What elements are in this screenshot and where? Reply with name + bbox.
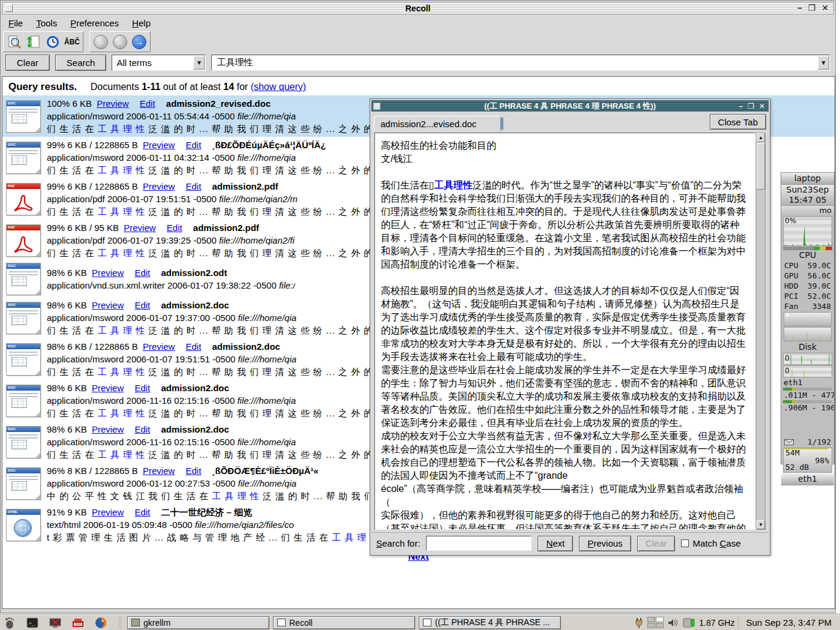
- power-plug-icon[interactable]: [635, 617, 643, 628]
- preview-tab[interactable]: admission2...evised.doc: [374, 116, 501, 131]
- edit-link[interactable]: Edit: [140, 98, 155, 109]
- task-button[interactable]: ((工 PHRASE 4 具 PHRASE ...: [419, 616, 561, 629]
- chevron-down-icon[interactable]: ▼: [193, 56, 205, 70]
- nav-first-icon[interactable]: ←: [92, 34, 109, 50]
- chevron-down-icon[interactable]: ▼: [818, 56, 829, 70]
- preview-link[interactable]: Preview: [92, 424, 124, 434]
- menu-tools[interactable]: Tools: [29, 17, 64, 29]
- edit-link[interactable]: Edit: [134, 383, 150, 393]
- cpu-frequency-icon[interactable]: [683, 618, 695, 628]
- edit-link[interactable]: Edit: [185, 466, 201, 476]
- taskbar-clock: Sun Sep 23, 3:47 PM: [738, 616, 838, 629]
- edit-link[interactable]: Edit: [134, 424, 150, 434]
- display-off-icon[interactable]: [48, 616, 62, 629]
- search-button[interactable]: Search: [55, 55, 107, 71]
- preview-link[interactable]: Preview: [92, 383, 124, 393]
- preview-link[interactable]: Preview: [92, 268, 124, 278]
- result-snippet: 们 生 活 在 工 具 理 性 泛 滥 的 时 ... 帮 助 我 们 理 清 …: [47, 122, 373, 135]
- menu-file[interactable]: File: [2, 17, 29, 29]
- pdf-file-icon: PDF: [6, 183, 41, 215]
- scroll-up-icon[interactable]: ▲: [757, 133, 765, 142]
- query-results-title: Query results.: [8, 81, 77, 92]
- minimize-icon[interactable]: –: [797, 4, 802, 13]
- main-titlebar[interactable]: Recoll – ❐ ✕: [2, 2, 834, 14]
- edit-link[interactable]: Edit: [185, 341, 201, 352]
- preview-text-line: [381, 271, 748, 284]
- gnome-foot-icon[interactable]: [2, 616, 17, 629]
- preview-link[interactable]: Preview: [97, 98, 128, 109]
- hostname-label: laptop: [781, 173, 834, 185]
- edit-link[interactable]: Edit: [167, 223, 182, 233]
- scrollbar-thumb[interactable]: [757, 143, 765, 190]
- close-icon[interactable]: ✕: [821, 4, 829, 13]
- preview-link[interactable]: Preview: [143, 341, 175, 352]
- menu-help[interactable]: Help: [125, 17, 157, 29]
- preview-search-input[interactable]: [426, 536, 532, 551]
- preview-link[interactable]: Preview: [92, 300, 124, 310]
- workspace-pager[interactable]: [647, 617, 664, 628]
- workspace-1[interactable]: [647, 617, 655, 622]
- history-clock-icon[interactable]: [44, 34, 61, 50]
- workspace-3[interactable]: [647, 623, 655, 628]
- preview-document-text[interactable]: 高校招生的社会功能和目的文/钱江 我们生活在▯工具理性泛滥的时代。作为“世之显学…: [374, 133, 755, 530]
- edit-link[interactable]: Edit: [185, 181, 201, 191]
- edit-link[interactable]: Edit: [134, 268, 150, 278]
- find-next-button[interactable]: Next: [538, 536, 573, 551]
- envelope-icon: [784, 439, 794, 445]
- relevance-and-size: 96% 8 KB / 1228865 B: [47, 466, 138, 476]
- match-case-checkbox[interactable]: Match Case: [681, 538, 740, 548]
- close-icon[interactable]: ✕: [759, 102, 765, 110]
- result-snippet: t 彩 票 管 理 生 活 图 片 ... 战 略 与 管 理 地 产 经 ..…: [47, 531, 367, 544]
- term-explorer-icon[interactable]: ÅBĈ: [64, 34, 80, 50]
- task-button[interactable]: Recoll: [273, 616, 415, 629]
- typewriter-icon[interactable]: [71, 616, 85, 629]
- result-url: file:///home/qia: [237, 395, 296, 406]
- taskbar-handle[interactable]: [119, 617, 121, 629]
- search-mode-select[interactable]: All terms ▼: [112, 55, 206, 71]
- checkbox-icon[interactable]: [681, 539, 689, 547]
- preview-scrollbar[interactable]: ▲ ▼: [756, 133, 766, 530]
- taskbar: >_ gkrellmRecoll((工 PHRASE 4 具 PHRASE ..…: [0, 614, 840, 630]
- maximize-icon[interactable]: ❐: [748, 102, 754, 110]
- gkrellm-monitor[interactable]: laptop Sun23Sep 15:47 05 mo 0% CPU CPU59…: [781, 172, 835, 464]
- query-input[interactable]: 工具理性 ▼: [211, 55, 830, 71]
- edit-link[interactable]: Edit: [185, 140, 201, 150]
- preview-link[interactable]: Preview: [143, 181, 175, 191]
- show-query-link[interactable]: (show query): [251, 82, 306, 92]
- result-filename: admission2.pdf: [193, 223, 259, 233]
- close-tab-button[interactable]: Close Tab: [710, 114, 766, 130]
- menu-preferences[interactable]: Preferences: [64, 17, 125, 29]
- terminal-icon[interactable]: >_: [25, 616, 40, 629]
- result-mimetype-date: application/msword 2006-01-07 19:37:00 -…: [47, 313, 238, 323]
- task-window-icon: [423, 619, 431, 626]
- maximize-icon[interactable]: ❐: [808, 4, 816, 13]
- pdf-file-icon: PDF: [6, 224, 41, 257]
- temp-readout-hdd: HDD39.0C: [781, 281, 834, 291]
- preview-link[interactable]: Preview: [124, 223, 155, 233]
- task-button[interactable]: gkrellm: [127, 616, 269, 629]
- scroll-down-icon[interactable]: ▼: [757, 520, 765, 529]
- result-snippet: 们 生 活 在 工 具 理 性 泛 滥 的 时 ... 帮 助 我 们 理 清 …: [47, 164, 373, 176]
- find-clear-button[interactable]: Clear: [637, 536, 676, 551]
- minimize-icon[interactable]: –: [739, 102, 743, 110]
- sort-by-date-icon[interactable]: [25, 34, 42, 50]
- find-previous-button[interactable]: Previous: [579, 536, 631, 551]
- edit-link[interactable]: Edit: [134, 507, 150, 517]
- preview-link[interactable]: Preview: [143, 140, 175, 150]
- workspace-2[interactable]: [656, 617, 664, 622]
- disk-write-chart: 0: [783, 365, 832, 377]
- preview-titlebar[interactable]: ((工 PHRASE 4 具 PHRASE 4 理 PHRASE 4 性)) –…: [371, 100, 769, 112]
- edit-link[interactable]: Edit: [134, 300, 150, 310]
- result-mimetype-date: application/msword 2006-11-16 02:15:16 -…: [47, 437, 237, 447]
- temp-readout-cpu: CPU59.0C: [781, 260, 834, 271]
- speaker-icon[interactable]: [668, 618, 679, 628]
- clear-button[interactable]: Clear: [5, 55, 50, 71]
- firefox-icon[interactable]: [94, 616, 108, 629]
- preview-link[interactable]: Preview: [143, 466, 175, 476]
- nav-back-icon[interactable]: ←: [112, 34, 128, 50]
- show-query-details-icon[interactable]: [6, 34, 23, 50]
- nav-forward-icon[interactable]: →: [131, 34, 148, 50]
- preview-link[interactable]: Preview: [92, 507, 124, 517]
- result-mimetype-date: application/vnd.sun.xml.writer 2006-01-0…: [47, 280, 279, 290]
- workspace-4[interactable]: [656, 623, 664, 628]
